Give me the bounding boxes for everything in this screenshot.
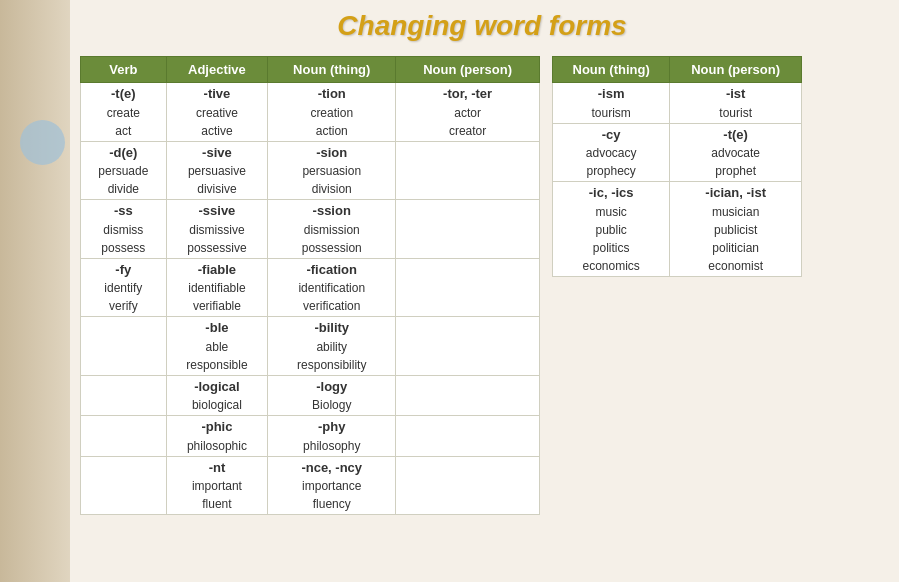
table-cell: -d(e)persuadedivide <box>81 141 167 200</box>
cell-value: persuasive <box>173 162 262 180</box>
cell-value: dismission <box>274 221 389 239</box>
table-cell: -fyidentifyverify <box>81 258 167 317</box>
cell-suffix: -logy <box>274 377 389 397</box>
main-table: Verb Adjective Noun (thing) Noun (person… <box>80 56 540 515</box>
main-header-verb: Verb <box>81 57 167 83</box>
cell-value: musician <box>676 203 795 221</box>
table-cell: -sionpersuasiondivision <box>268 141 396 200</box>
cell-suffix: -ssion <box>274 201 389 221</box>
table-cell: -t(e)createact <box>81 83 167 142</box>
table-cell <box>396 317 540 376</box>
cell-value: able <box>173 338 262 356</box>
cell-value: dismiss <box>87 221 160 239</box>
table-cell: -isttourist <box>670 83 802 124</box>
cell-value: identification <box>274 279 389 297</box>
cell-suffix: -tor, -ter <box>402 84 533 104</box>
table-cell <box>81 375 167 416</box>
cell-suffix: -sive <box>173 143 262 163</box>
cell-value: philosophy <box>274 437 389 455</box>
cell-value: create <box>87 104 160 122</box>
cell-value: possession <box>274 239 389 257</box>
table-cell: -phyphilosophy <box>268 416 396 457</box>
cell-value: responsible <box>173 356 262 374</box>
cell-suffix: -ician, -ist <box>676 183 795 203</box>
cell-value: creative <box>173 104 262 122</box>
cell-suffix: -fy <box>87 260 160 280</box>
cell-value: persuade <box>87 162 160 180</box>
table-row: -cyadvocacyprophecy-t(e)advocateprophet <box>553 123 802 182</box>
cell-value: creator <box>402 122 533 140</box>
table-row: -ic, -icsmusicpublicpoliticseconomics-ic… <box>553 182 802 277</box>
cell-value: prophecy <box>559 162 663 180</box>
table-row: -logicalbiological-logyBiology <box>81 375 540 416</box>
main-table-header-row: Verb Adjective Noun (thing) Noun (person… <box>81 57 540 83</box>
table-cell <box>396 141 540 200</box>
cell-suffix: -d(e) <box>87 143 160 163</box>
cell-suffix: -phic <box>173 417 262 437</box>
cell-value: verification <box>274 297 389 315</box>
cell-value: identify <box>87 279 160 297</box>
cell-value: music <box>559 203 663 221</box>
main-header-adjective: Adjective <box>166 57 268 83</box>
table-row: -d(e)persuadedivide-sivepersuasivedivisi… <box>81 141 540 200</box>
cell-value: economics <box>559 257 663 275</box>
cell-value: importance <box>274 477 389 495</box>
main-header-noun-thing: Noun (thing) <box>268 57 396 83</box>
table-cell <box>81 317 167 376</box>
cell-value: advocate <box>676 144 795 162</box>
cell-suffix: -nce, -ncy <box>274 458 389 478</box>
side-table: Noun (thing) Noun (person) -ismtourism-i… <box>552 56 802 277</box>
cell-suffix: -nt <box>173 458 262 478</box>
cell-suffix: -fication <box>274 260 389 280</box>
cell-value: action <box>274 122 389 140</box>
cell-value: verifiable <box>173 297 262 315</box>
table-cell: -t(e)advocateprophet <box>670 123 802 182</box>
table-cell: -ssiondismissionpossession <box>268 200 396 259</box>
cell-suffix: -fiable <box>173 260 262 280</box>
cell-value: politician <box>676 239 795 257</box>
cell-value: ability <box>274 338 389 356</box>
main-header-noun-person: Noun (person) <box>396 57 540 83</box>
table-cell: -phicphilosophic <box>166 416 268 457</box>
cell-value: dismissive <box>173 221 262 239</box>
cell-value: act <box>87 122 160 140</box>
cell-value: important <box>173 477 262 495</box>
table-row: -ssdismisspossess-ssivedismissivepossess… <box>81 200 540 259</box>
cell-suffix: -tive <box>173 84 262 104</box>
cell-value: responsibility <box>274 356 389 374</box>
table-cell: -ssdismisspossess <box>81 200 167 259</box>
cell-value: divide <box>87 180 160 198</box>
table-row: -t(e)createact-tivecreativeactive-tioncr… <box>81 83 540 142</box>
table-row: -ismtourism-isttourist <box>553 83 802 124</box>
cell-value: divisive <box>173 180 262 198</box>
cell-value: Biology <box>274 396 389 414</box>
cell-value: public <box>559 221 663 239</box>
table-cell <box>396 258 540 317</box>
table-cell: -logyBiology <box>268 375 396 416</box>
cell-value: possess <box>87 239 160 257</box>
cell-suffix: -logical <box>173 377 262 397</box>
table-cell <box>396 416 540 457</box>
side-header-noun-thing: Noun (thing) <box>553 57 670 83</box>
page-content: Changing word forms Verb Adjective Noun … <box>0 0 899 525</box>
cell-value: biological <box>173 396 262 414</box>
table-cell: -ntimportantfluent <box>166 456 268 515</box>
table-cell: -ic, -icsmusicpublicpoliticseconomics <box>553 182 670 277</box>
cell-suffix: -ism <box>559 84 663 104</box>
cell-value: tourism <box>559 104 663 122</box>
cell-suffix: -t(e) <box>676 125 795 145</box>
side-table-body: -ismtourism-isttourist-cyadvocacyprophec… <box>553 83 802 277</box>
cell-suffix: -sion <box>274 143 389 163</box>
table-cell: -tivecreativeactive <box>166 83 268 142</box>
cell-suffix: -t(e) <box>87 84 160 104</box>
table-cell: -bleableresponsible <box>166 317 268 376</box>
table-cell: -ician, -istmusicianpublicistpoliticiane… <box>670 182 802 277</box>
page-title: Changing word forms <box>80 10 884 42</box>
table-cell: -ssivedismissivepossessive <box>166 200 268 259</box>
table-cell: -fiableidentifiableverifiable <box>166 258 268 317</box>
cell-suffix: -phy <box>274 417 389 437</box>
cell-suffix: -ssive <box>173 201 262 221</box>
cell-value: publicist <box>676 221 795 239</box>
cell-suffix: -ble <box>173 318 262 338</box>
table-cell: -ficationidentificationverification <box>268 258 396 317</box>
